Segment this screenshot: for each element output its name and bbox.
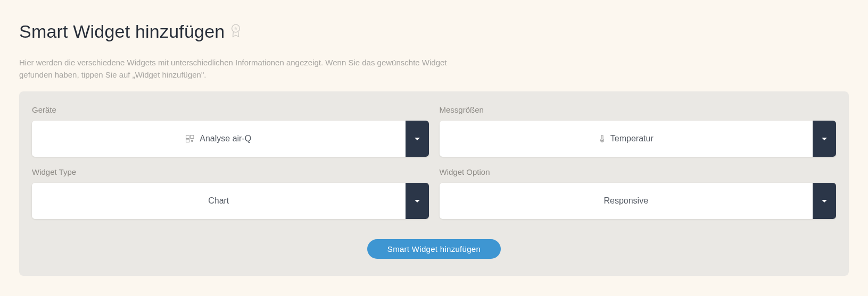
select-widget-type-toggle[interactable] (406, 183, 429, 219)
add-smart-widget-button[interactable]: Smart Widget hinzufügen (367, 239, 501, 259)
field-measurements: Messgrößen Temperatur (440, 105, 837, 157)
svg-rect-2 (191, 136, 194, 139)
field-widget-option: Widget Option Responsive (440, 167, 837, 219)
select-devices-text: Analyse air-Q (200, 134, 251, 143)
select-devices-toggle[interactable] (406, 121, 429, 157)
svg-point-4 (192, 140, 193, 142)
field-devices-label: Geräte (32, 105, 429, 114)
chevron-down-icon (822, 138, 827, 140)
select-measurements-toggle[interactable] (813, 121, 836, 157)
select-widget-option-value[interactable]: Responsive (440, 183, 813, 219)
chevron-down-icon (415, 138, 420, 140)
page-title: Smart Widget hinzufügen (19, 21, 225, 42)
field-widget-option-label: Widget Option (440, 167, 837, 176)
select-devices[interactable]: Analyse air-Q (32, 121, 429, 157)
chevron-down-icon (822, 200, 827, 202)
device-grid-icon (186, 135, 194, 142)
select-widget-option-text: Responsive (604, 196, 648, 206)
field-widget-type: Widget Type Chart (32, 167, 429, 219)
select-measurements-value[interactable]: Temperatur (440, 121, 813, 157)
select-measurements[interactable]: Temperatur (440, 121, 837, 157)
svg-rect-3 (186, 139, 189, 142)
select-devices-value[interactable]: Analyse air-Q (32, 121, 406, 157)
chevron-down-icon (415, 200, 420, 202)
award-badge-icon (230, 23, 242, 40)
page-subtitle: Hier werden die verschiedene Widgets mit… (19, 57, 456, 81)
svg-rect-1 (186, 136, 189, 139)
select-widget-option-toggle[interactable] (813, 183, 836, 219)
select-widget-type-text: Chart (208, 196, 229, 206)
page-title-row: Smart Widget hinzufügen (19, 21, 849, 42)
svg-point-5 (601, 140, 603, 141)
select-widget-type[interactable]: Chart (32, 183, 429, 219)
submit-row: Smart Widget hinzufügen (32, 239, 836, 259)
select-widget-option[interactable]: Responsive (440, 183, 837, 219)
field-devices: Geräte Analyse air-Q (32, 105, 429, 157)
field-measurements-label: Messgrößen (440, 105, 837, 114)
field-widget-type-label: Widget Type (32, 167, 429, 176)
form-grid: Geräte Analyse air-Q (32, 105, 836, 219)
temperature-icon (599, 135, 605, 142)
select-widget-type-value[interactable]: Chart (32, 183, 406, 219)
form-card: Geräte Analyse air-Q (19, 91, 849, 276)
select-measurements-text: Temperatur (610, 134, 654, 143)
